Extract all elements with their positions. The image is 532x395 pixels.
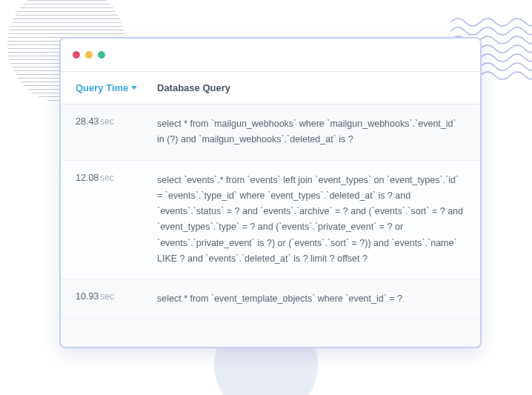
window-titlebar: [61, 39, 480, 71]
time-unit: sec: [100, 291, 114, 302]
query-text-cell: select * from `mailgun_webhooks` where `…: [157, 116, 465, 148]
query-time-cell: 10.93sec: [76, 291, 157, 307]
query-time-cell: 28.43sec: [76, 116, 157, 148]
table-header: Query Time Database Query: [61, 71, 480, 104]
table-row: 10.93sec select * from `event_template_o…: [61, 279, 480, 319]
query-text-cell: select * from `event_template_objects` w…: [157, 291, 465, 307]
table-row: 28.43sec select * from `mailgun_webhooks…: [61, 104, 480, 161]
column-header-query-time[interactable]: Query Time: [76, 82, 157, 93]
query-time-label: Query Time: [76, 82, 128, 93]
time-unit: sec: [100, 116, 114, 127]
time-unit: sec: [100, 173, 114, 183]
query-time-value: 10.93: [76, 291, 99, 302]
column-header-database-query[interactable]: Database Query: [157, 82, 465, 93]
query-time-value: 12.08: [76, 173, 99, 183]
window-minimize-button[interactable]: [85, 51, 93, 59]
table-body: 28.43sec select * from `mailgun_webhooks…: [61, 104, 480, 319]
query-time-value: 28.43: [76, 116, 99, 127]
query-text-cell: select `events`.* from `events` left joi…: [157, 173, 465, 268]
query-window: Query Time Database Query 28.43sec selec…: [59, 37, 482, 348]
table-row: 12.08sec select `events`.* from `events`…: [61, 161, 480, 280]
window-maximize-button[interactable]: [98, 51, 105, 59]
sort-desc-icon: [131, 86, 137, 90]
database-query-label: Database Query: [157, 82, 230, 93]
query-time-cell: 12.08sec: [76, 173, 157, 268]
window-close-button[interactable]: [73, 51, 80, 59]
